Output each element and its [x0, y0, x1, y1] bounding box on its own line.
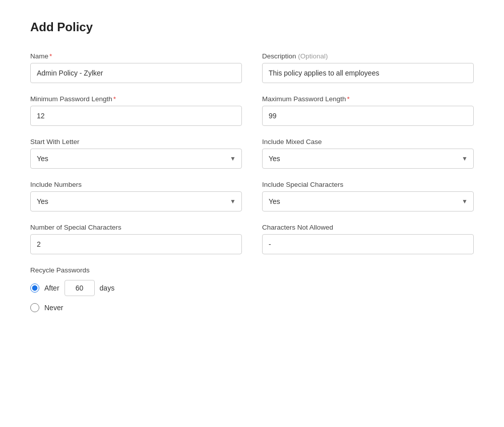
name-input[interactable] [30, 63, 242, 83]
min-password-label: Minimum Password Length* [30, 95, 242, 103]
description-label: Description (Optional) [262, 52, 474, 60]
start-with-letter-select[interactable]: Yes No [30, 149, 242, 169]
max-password-input[interactable] [262, 106, 474, 126]
num-special-input[interactable] [30, 234, 242, 254]
include-mixed-case-wrapper: Yes No ▼ [262, 149, 474, 169]
include-numbers-label: Include Numbers [30, 181, 242, 188]
after-radio-label[interactable]: After [44, 284, 59, 292]
min-password-required-star: * [113, 95, 116, 103]
include-mixed-case-label: Include Mixed Case [262, 138, 474, 146]
chars-not-allowed-input[interactable] [262, 234, 474, 254]
min-password-group: Minimum Password Length* [30, 95, 242, 126]
include-mixed-case-group: Include Mixed Case Yes No ▼ [262, 138, 474, 169]
include-numbers-group: Include Numbers Yes No ▼ [30, 181, 242, 211]
include-special-label: Include Special Characters [262, 181, 474, 188]
max-password-group: Maximum Password Length* [262, 95, 474, 126]
description-input[interactable] [262, 63, 474, 83]
description-group: Description (Optional) [262, 52, 474, 83]
after-radio[interactable] [30, 283, 39, 293]
include-numbers-select[interactable]: Yes No [30, 191, 242, 211]
num-special-label: Number of Special Characters [30, 224, 242, 231]
never-radio-row: Never [30, 303, 474, 312]
after-radio-row: After days [30, 280, 474, 296]
include-special-select[interactable]: Yes No [262, 191, 474, 211]
include-special-group: Include Special Characters Yes No ▼ [262, 181, 474, 211]
page-title: Add Policy [30, 20, 474, 34]
recycle-passwords-section: Recycle Passwords After days Never [30, 266, 474, 317]
name-required-star: * [49, 52, 52, 60]
max-password-label: Maximum Password Length* [262, 95, 474, 103]
name-group: Name* [30, 52, 242, 83]
start-with-letter-wrapper: Yes No ▼ [30, 149, 242, 169]
min-password-input[interactable] [30, 106, 242, 126]
chars-not-allowed-group: Characters Not Allowed [262, 224, 474, 254]
recycle-passwords-label: Recycle Passwords [30, 266, 474, 274]
description-optional: (Optional) [298, 52, 328, 60]
never-radio[interactable] [30, 303, 39, 312]
start-with-letter-group: Start With Letter Yes No ▼ [30, 138, 242, 169]
include-special-wrapper: Yes No ▼ [262, 191, 474, 211]
max-password-required-star: * [347, 95, 350, 103]
days-input[interactable] [65, 280, 95, 296]
include-numbers-wrapper: Yes No ▼ [30, 191, 242, 211]
name-label: Name* [30, 52, 242, 60]
days-text: days [100, 284, 115, 292]
start-with-letter-label: Start With Letter [30, 138, 242, 146]
never-radio-label[interactable]: Never [44, 304, 63, 312]
num-special-group: Number of Special Characters [30, 224, 242, 254]
chars-not-allowed-label: Characters Not Allowed [262, 224, 474, 231]
include-mixed-case-select[interactable]: Yes No [262, 149, 474, 169]
